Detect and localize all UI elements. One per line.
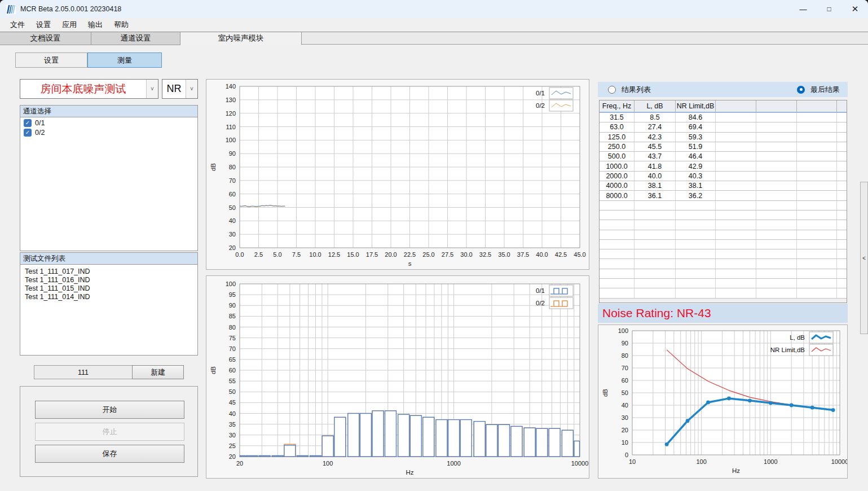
tab-2[interactable]: 通道设置	[91, 32, 180, 45]
result-list-radio[interactable]	[608, 86, 616, 94]
table-row[interactable]	[600, 249, 847, 259]
chevron-down-icon[interactable]: ˅	[146, 80, 158, 98]
tab-1[interactable]: 文档设置	[0, 32, 91, 45]
table-row[interactable]: 500.043.746.4	[600, 152, 847, 161]
table-cell	[600, 211, 635, 220]
window-title: MCR Beta 2.05.0.001 20230418	[20, 5, 121, 13]
legend-item-0/1[interactable]	[549, 285, 573, 296]
table-row[interactable]	[600, 220, 847, 230]
svg-text:25.0: 25.0	[422, 251, 434, 258]
table-cell: 1000.0	[600, 161, 635, 170]
table-row[interactable]	[600, 279, 847, 288]
svg-text:20.0: 20.0	[385, 251, 396, 258]
table-cell: 4000.0	[600, 181, 635, 190]
svg-text:80: 80	[229, 324, 236, 331]
channel-item[interactable]: ✓0/2	[20, 127, 197, 137]
test-file-item[interactable]: Test 1_111_015_IND	[20, 284, 197, 292]
test-file-list[interactable]: Test 1_111_017_INDTest 1_111_016_INDTest…	[20, 265, 198, 356]
table-row[interactable]: 31.58.584.6	[600, 113, 847, 122]
table-cell: 31.5	[600, 113, 635, 122]
legend-item-0/2[interactable]	[549, 100, 573, 111]
spectrum-bar-chart: 2025303540455055606570758085909510020100…	[206, 275, 589, 479]
table-row[interactable]: 2000.040.040.3	[600, 172, 847, 181]
subtab-1[interactable]: 设置	[15, 52, 87, 68]
start-button[interactable]: 开始	[35, 401, 184, 419]
menu-item-文件[interactable]: 文件	[5, 18, 30, 32]
table-row[interactable]: 250.045.551.9	[600, 142, 847, 152]
svg-text:45: 45	[229, 399, 236, 406]
table-cell	[756, 269, 797, 278]
chevron-down-icon[interactable]: ˅	[186, 80, 197, 98]
svg-text:0/1: 0/1	[536, 287, 545, 294]
channel-list[interactable]: ✓0/1✓0/2	[20, 117, 198, 251]
svg-text:25: 25	[229, 442, 236, 449]
table-row[interactable]: 4000.038.138.1	[600, 181, 847, 191]
subtab-2[interactable]: 测量	[87, 52, 162, 68]
table-cell	[756, 181, 797, 190]
maximize-button[interactable]: □	[816, 0, 842, 18]
table-row[interactable]	[600, 201, 847, 211]
menu-item-应用[interactable]: 应用	[56, 18, 82, 32]
test-type-combobox[interactable]: 房间本底噪声测试 ˅	[20, 79, 158, 99]
svg-text:90: 90	[229, 302, 236, 309]
results-table[interactable]: Freq., HzL, dBNR Limit,dB 31.58.584.663.…	[599, 100, 847, 303]
table-cell	[756, 240, 797, 249]
table-cell	[756, 279, 797, 288]
new-button[interactable]: 新建	[132, 365, 184, 379]
table-cell	[756, 133, 797, 142]
table-row[interactable]: 8000.036.136.2	[600, 191, 847, 200]
svg-text:35.0: 35.0	[498, 251, 510, 258]
menu-item-设置[interactable]: 设置	[30, 18, 56, 32]
channel-select-header: 通道选择	[20, 105, 198, 117]
svg-text:20: 20	[229, 453, 236, 460]
legend-item-0/2[interactable]	[549, 297, 573, 309]
svg-text:20: 20	[622, 427, 628, 433]
last-result-label: 最后结果	[810, 85, 840, 95]
legend-item-L, dB[interactable]	[809, 332, 833, 343]
collapse-panel-handle[interactable]: <	[860, 182, 868, 334]
table-row[interactable]	[600, 211, 847, 220]
checkbox-icon[interactable]: ✓	[24, 119, 32, 127]
table-row[interactable]: 125.042.359.3	[600, 133, 847, 142]
stop-button[interactable]: 停止	[35, 423, 184, 441]
test-file-item[interactable]: Test 1_111_016_IND	[20, 275, 197, 284]
test-file-item[interactable]: Test 1_111_014_IND	[20, 292, 197, 301]
table-cell	[797, 181, 837, 190]
rating-standard-combobox[interactable]: NR ˅	[162, 79, 198, 99]
table-cell	[797, 249, 837, 258]
svg-text:110: 110	[226, 124, 236, 130]
svg-text:dB: dB	[602, 389, 609, 397]
save-button[interactable]: 保存	[35, 445, 184, 463]
channel-item[interactable]: ✓0/1	[20, 117, 197, 127]
last-result-radio[interactable]	[797, 86, 805, 94]
svg-text:7.5: 7.5	[292, 251, 301, 258]
legend-item-0/1[interactable]	[549, 87, 573, 99]
menu-item-帮助[interactable]: 帮助	[108, 18, 134, 32]
svg-text:20: 20	[236, 460, 243, 467]
table-cell	[600, 230, 635, 239]
table-row[interactable]: 63.027.469.4	[600, 122, 847, 132]
checkbox-icon[interactable]: ✓	[24, 129, 32, 137]
table-row[interactable]: 1000.041.842.9	[600, 161, 847, 171]
table-row[interactable]	[600, 288, 847, 298]
table-row[interactable]	[600, 259, 847, 269]
table-cell: 42.9	[676, 161, 716, 170]
table-cell: 250.0	[600, 142, 635, 151]
table-cell	[716, 211, 756, 220]
svg-text:L, dB: L, dB	[790, 334, 805, 341]
close-button[interactable]: ✕	[842, 0, 868, 18]
table-row[interactable]	[600, 230, 847, 240]
test-name-input[interactable]	[34, 365, 133, 379]
app-logo-icon	[6, 5, 16, 14]
results-table-header: Freq., HzL, dBNR Limit,dB	[600, 100, 847, 113]
table-cell	[756, 220, 797, 229]
table-row[interactable]	[600, 240, 847, 249]
legend-item-NR Limit,dB[interactable]	[809, 344, 833, 356]
test-file-item[interactable]: Test 1_111_017_IND	[20, 267, 197, 275]
menu-item-输出[interactable]: 输出	[82, 18, 108, 32]
table-cell	[756, 259, 797, 268]
table-row[interactable]	[600, 269, 847, 279]
tab-3[interactable]: 室内噪声模块	[180, 32, 302, 45]
svg-text:70: 70	[229, 177, 236, 184]
minimize-button[interactable]: —	[790, 0, 816, 18]
